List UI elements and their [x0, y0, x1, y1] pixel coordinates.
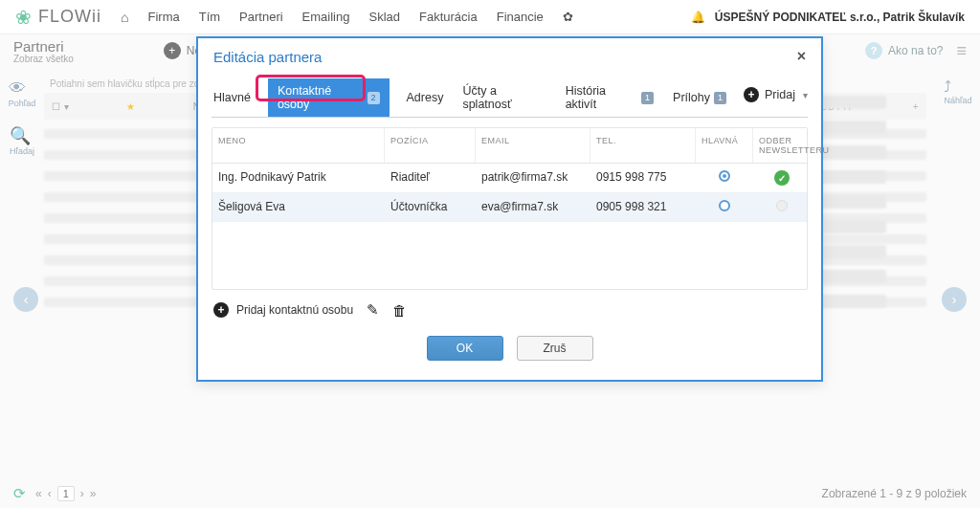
nav-firma[interactable]: Firma: [147, 10, 179, 25]
tab-attachments-badge: 1: [714, 92, 726, 104]
pager-last[interactable]: »: [90, 487, 97, 500]
check-icon: ✓: [774, 170, 790, 186]
refresh-icon[interactable]: ⟳: [13, 485, 26, 502]
close-icon[interactable]: ×: [797, 48, 806, 65]
edit-partner-modal: Editácia partnera × Hlavné Kontaktné oso…: [196, 36, 823, 382]
brand-text: FLOWii: [38, 7, 101, 27]
plus-icon: +: [164, 42, 181, 59]
ok-button[interactable]: OK: [427, 336, 503, 361]
nav-emailing[interactable]: Emailing: [302, 10, 350, 25]
contacts-table: MENO POZÍCIA EMAIL TEL. HLAVNÁ ODBER NEW…: [212, 127, 808, 290]
search-icon: 🔍: [10, 125, 34, 146]
pager-prev[interactable]: ‹: [48, 487, 52, 500]
breadcrumb-title: Partneri: [13, 38, 64, 55]
tab-ucty[interactable]: Účty a splatnosť: [460, 78, 547, 117]
modal-footer: OK Zruš: [212, 319, 808, 366]
nav-financie[interactable]: Financie: [497, 10, 544, 25]
chevron-down-icon: ▾: [803, 90, 808, 100]
add-contact-button[interactable]: + Pridaj kontaktnú osobu: [213, 302, 353, 318]
row-count: Zobrazené 1 - 9 z 9 položiek: [822, 487, 967, 500]
rail-hladaj[interactable]: 🔍 Hľadaj: [10, 125, 34, 156]
cell-position: Riaditeľ: [385, 164, 476, 192]
question-icon: ?: [865, 42, 882, 59]
tab-contacts-label: Kontaktné osoby: [278, 84, 364, 111]
brand-leaf-icon: ❀: [15, 6, 33, 29]
tab-hlavne[interactable]: Hlavné: [212, 85, 253, 110]
col-tel[interactable]: TEL.: [590, 128, 696, 163]
cell-newsletter[interactable]: ✓: [753, 164, 811, 192]
popout-icon: ⤴: [944, 78, 971, 96]
pager-current[interactable]: 1: [57, 486, 75, 501]
tab-history-badge: 1: [641, 92, 654, 104]
contacts-header: MENO POZÍCIA EMAIL TEL. HLAVNÁ ODBER NEW…: [212, 128, 807, 164]
col-checkbox[interactable]: ☐ ▾: [52, 101, 69, 112]
edit-icon[interactable]: ✎: [367, 301, 379, 319]
user-label[interactable]: ÚSPEŠNÝ PODNIKATEĽ s.r.o., Patrik Škulav…: [715, 11, 965, 24]
pager-first[interactable]: «: [35, 487, 42, 500]
footer: ⟳ « ‹ 1 › » Zobrazené 1 - 9 z 9 položiek: [0, 479, 980, 508]
add-contact-label: Pridaj kontaktnú osobu: [236, 303, 353, 317]
right-rail: ⤴ Náhľad: [936, 67, 980, 479]
breadcrumb: Partneri Zobraz všetko: [13, 38, 74, 64]
page-prev-arrow[interactable]: ‹: [13, 287, 38, 312]
col-star[interactable]: ★: [126, 101, 136, 112]
tab-kontaktne-osoby[interactable]: Kontaktné osoby 2: [268, 78, 390, 117]
radio-off-icon: [719, 200, 730, 211]
tab-history-label: História aktivít: [566, 84, 637, 111]
nav-partneri[interactable]: Partneri: [239, 10, 283, 25]
nav-sklad[interactable]: Sklad: [368, 10, 400, 25]
pager: « ‹ 1 › »: [35, 486, 97, 501]
howto-label: Ako na to?: [888, 44, 943, 57]
add-label: Pridaj: [765, 88, 795, 101]
main-menu: ⌂ Firma Tím Partneri Emailing Sklad Fakt…: [121, 10, 573, 25]
cell-main[interactable]: [696, 164, 753, 192]
nav-home[interactable]: ⌂: [121, 10, 128, 25]
cell-name: Ing. Podnikavý Patrik: [212, 164, 385, 192]
rail-nahlad[interactable]: ⤴ Náhľad: [944, 78, 971, 105]
rail-pohlad[interactable]: 👁 Pohľad: [9, 78, 36, 108]
top-nav: ❀ FLOWii ⌂ Firma Tím Partneri Emailing S…: [0, 0, 980, 34]
cell-phone: 0905 998 321: [590, 193, 696, 221]
col-newsletter[interactable]: ODBER NEWSLETTERU: [753, 128, 811, 163]
cell-main[interactable]: [696, 193, 753, 221]
add-dropdown[interactable]: + Pridaj ▾: [744, 87, 808, 108]
nav-fakturacia[interactable]: Fakturácia: [419, 10, 478, 25]
user-area: 🔔 ÚSPEŠNÝ PODNIKATEĽ s.r.o., Patrik Škul…: [691, 11, 965, 24]
modal-tabs: Hlavné Kontaktné osoby 2 Adresy Účty a s…: [212, 71, 808, 118]
modal-title: Editácia partnera: [213, 49, 322, 65]
cell-email: patrik@firma7.sk: [476, 164, 590, 192]
nav-tim[interactable]: Tím: [199, 10, 220, 25]
tab-adresy[interactable]: Adresy: [405, 85, 446, 110]
table-row[interactable]: Šeligová Eva Účtovníčka eva@firma7.sk 09…: [212, 193, 807, 222]
menu-icon[interactable]: ≡: [956, 41, 967, 61]
delete-icon[interactable]: 🗑: [392, 302, 407, 319]
plus-icon: +: [744, 87, 759, 102]
newsletter-off-icon: [776, 200, 788, 211]
col-add[interactable]: +: [913, 101, 919, 112]
col-email[interactable]: EMAIL: [476, 128, 590, 163]
nav-settings-icon[interactable]: ✿: [563, 10, 573, 25]
page-next-arrow[interactable]: ›: [942, 287, 967, 312]
tab-prilohy[interactable]: Prílohy 1: [671, 85, 728, 110]
cancel-button[interactable]: Zruš: [517, 336, 593, 361]
cell-phone: 0915 998 775: [590, 164, 696, 192]
col-hlavna[interactable]: HLAVNÁ: [696, 128, 753, 163]
eye-icon: 👁: [9, 78, 36, 99]
brand-logo: ❀ FLOWii: [15, 6, 101, 29]
cell-newsletter[interactable]: [753, 193, 811, 221]
side-ghost: [819, 96, 886, 308]
table-row[interactable]: Ing. Podnikavý Patrik Riaditeľ patrik@fi…: [212, 164, 807, 193]
col-meno[interactable]: MENO: [212, 128, 385, 163]
breadcrumb-subtitle[interactable]: Zobraz všetko: [13, 55, 74, 64]
tab-historia[interactable]: História aktivít 1: [564, 78, 656, 117]
cell-email: eva@firma7.sk: [476, 193, 590, 221]
bell-icon[interactable]: 🔔: [691, 11, 705, 24]
tab-contacts-badge: 2: [368, 92, 380, 104]
cell-position: Účtovníčka: [385, 193, 476, 221]
tab-attachments-label: Prílohy: [673, 91, 710, 104]
pager-next[interactable]: ›: [80, 487, 84, 500]
col-pozicia[interactable]: POZÍCIA: [385, 128, 476, 163]
help-howto[interactable]: ? Ako na to?: [865, 42, 943, 59]
left-rail: 👁 Pohľad 🔍 Hľadaj: [0, 67, 44, 479]
cell-name: Šeligová Eva: [212, 193, 385, 221]
